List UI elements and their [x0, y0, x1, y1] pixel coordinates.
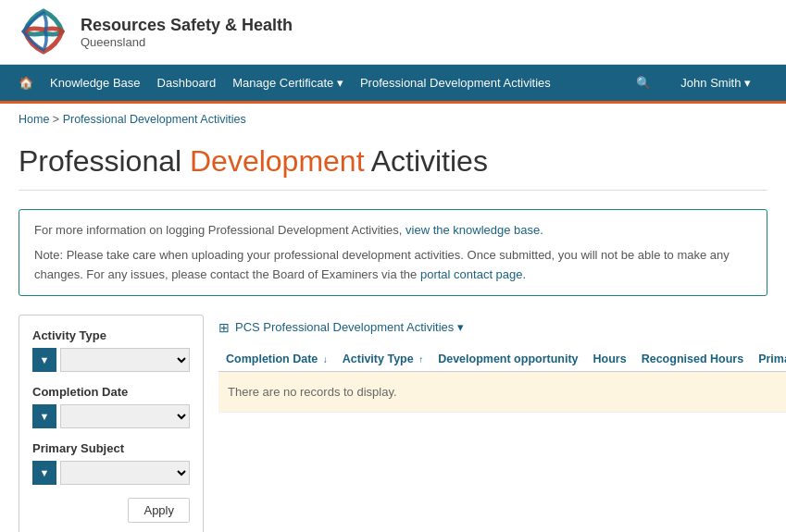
info-line2-link[interactable]: portal contact page. [420, 267, 526, 281]
breadcrumb-separator: > [53, 113, 59, 126]
breadcrumb: Home > Professional Development Activiti… [0, 104, 786, 135]
col-recognised-hours-label: Recognised Hours [642, 353, 743, 365]
primary-subject-filter-icon[interactable]: ▼ [32, 461, 56, 485]
info-line1-prefix: For more information on logging Professi… [34, 223, 405, 237]
completion-date-filter-icon[interactable]: ▼ [32, 404, 56, 428]
table-grid-icon: ⊞ [218, 320, 230, 335]
nav-home-icon[interactable]: 🏠 [19, 76, 33, 90]
col-recognised-hours[interactable]: Recognised Hours [634, 347, 751, 372]
info-line1-link[interactable]: view the knowledge base. [405, 223, 543, 237]
info-line2-text: Note: Please take care when uploading yo… [34, 248, 730, 281]
logo-text: Resources Safety & Health Queensland [81, 16, 293, 49]
activity-type-label: Activity Type [32, 328, 190, 342]
page-title: Professional Development Activities [19, 144, 767, 191]
apply-button[interactable]: Apply [128, 498, 190, 523]
col-primary-subject-label: Primary Subject [758, 353, 786, 365]
no-records-message: There are no records to display. [218, 372, 786, 413]
table-body: There are no records to display. [218, 372, 786, 413]
user-menu[interactable]: John Smith ▾ [680, 76, 751, 90]
info-box: For more information on logging Professi… [19, 209, 767, 296]
logo-icon [19, 6, 69, 57]
body-layout: Activity Type ▼ Completion Date ▼ [19, 315, 767, 532]
nav-item-dashboard[interactable]: Dashboard [157, 76, 217, 90]
activity-type-filter-icon[interactable]: ▼ [32, 348, 56, 372]
completion-date-select[interactable] [60, 404, 190, 428]
completion-date-filter: Completion Date ▼ [32, 385, 190, 428]
primary-subject-filter: Primary Subject ▼ [32, 441, 190, 485]
col-activity-type-label: Activity Type [343, 353, 414, 365]
col-completion-date-label: Completion Date [226, 353, 318, 365]
primary-subject-select[interactable] [60, 461, 190, 485]
col-hours[interactable]: Hours [586, 347, 634, 372]
col-primary-subject[interactable]: Primary Subject [751, 347, 786, 372]
activity-type-select[interactable] [60, 348, 190, 372]
apply-btn-row: Apply [32, 498, 190, 523]
breadcrumb-current: Professional Development Activities [63, 113, 246, 126]
nav-right: 🔍 John Smith ▾ [636, 76, 767, 90]
col-completion-date-sort: ↓ [323, 354, 328, 365]
breadcrumb-home[interactable]: Home [19, 113, 49, 126]
primary-subject-row: ▼ [32, 461, 190, 485]
col-completion-date[interactable]: Completion Date ↓ [218, 347, 335, 372]
main-content: Professional Development Activities For … [0, 135, 786, 532]
table-title[interactable]: ⊞ PCS Professional Development Activitie… [218, 320, 464, 335]
table-header-row: Completion Date ↓ Activity Type ↑ Develo… [218, 347, 786, 372]
activity-type-row: ▼ [32, 348, 190, 372]
title-part1: Professional [19, 144, 190, 178]
logo-name-sub: Queensland [81, 35, 293, 49]
col-hours-label: Hours [593, 353, 627, 365]
table-title-text: PCS Professional Development Activities … [235, 320, 464, 334]
table-area: ⊞ PCS Professional Development Activitie… [218, 315, 786, 413]
search-icon[interactable]: 🔍 [636, 76, 651, 90]
title-part2: Development [190, 144, 365, 178]
activity-type-filter: Activity Type ▼ [32, 328, 190, 372]
no-records-row: There are no records to display. [218, 372, 786, 413]
nav-item-knowledge-base[interactable]: Knowledge Base [50, 76, 141, 90]
logo-name-main: Resources Safety & Health [81, 16, 293, 35]
primary-subject-label: Primary Subject [32, 441, 190, 455]
nav-item-pda[interactable]: Professional Development Activities [360, 76, 551, 90]
info-line2: Note: Please take care when uploading yo… [34, 246, 752, 285]
col-activity-type[interactable]: Activity Type ↑ [335, 347, 430, 372]
nav-item-manage-certificate[interactable]: Manage Certificate ▾ [232, 76, 343, 90]
completion-date-row: ▼ [32, 404, 190, 428]
nav-bar: 🏠 Knowledge Base Dashboard Manage Certif… [0, 65, 786, 104]
col-activity-type-sort: ↑ [418, 354, 423, 365]
logo-bar: Resources Safety & Health Queensland [0, 0, 786, 65]
col-dev-opportunity-label: Development opportunity [438, 353, 578, 365]
table-head: Completion Date ↓ Activity Type ↑ Develo… [218, 347, 786, 372]
data-table: Completion Date ↓ Activity Type ↑ Develo… [218, 347, 786, 413]
completion-date-label: Completion Date [32, 385, 190, 399]
table-header-bar: ⊞ PCS Professional Development Activitie… [218, 315, 786, 340]
filter-sidebar: Activity Type ▼ Completion Date ▼ [19, 315, 204, 532]
info-line1: For more information on logging Professi… [34, 221, 752, 241]
col-dev-opportunity[interactable]: Development opportunity [430, 347, 585, 372]
title-part3: Activities [365, 144, 488, 178]
